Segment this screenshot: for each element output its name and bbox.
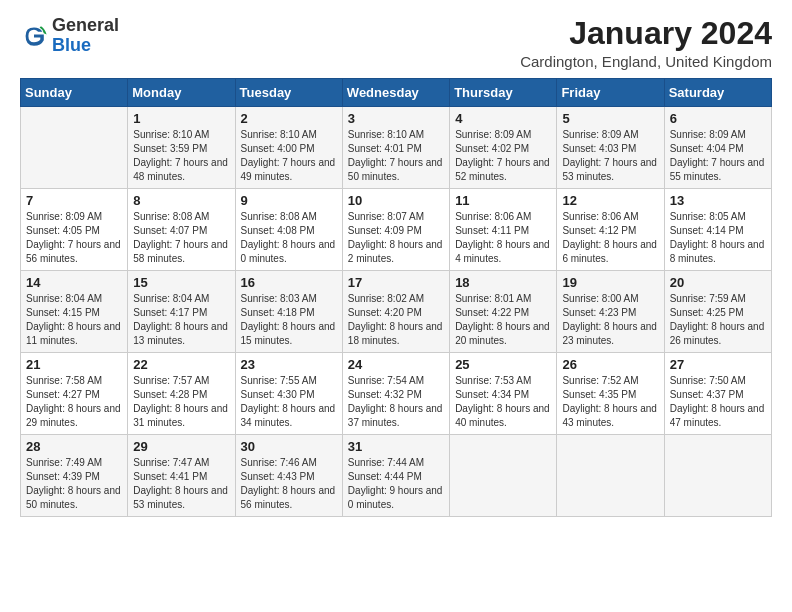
col-tuesday: Tuesday — [235, 79, 342, 107]
day-number: 16 — [241, 275, 337, 290]
day-info: Sunrise: 7:52 AMSunset: 4:35 PMDaylight:… — [562, 374, 658, 430]
calendar-cell: 8 Sunrise: 8:08 AMSunset: 4:07 PMDayligh… — [128, 189, 235, 271]
col-saturday: Saturday — [664, 79, 771, 107]
calendar-cell: 10 Sunrise: 8:07 AMSunset: 4:09 PMDaylig… — [342, 189, 449, 271]
calendar-cell: 23 Sunrise: 7:55 AMSunset: 4:30 PMDaylig… — [235, 353, 342, 435]
calendar-cell: 6 Sunrise: 8:09 AMSunset: 4:04 PMDayligh… — [664, 107, 771, 189]
logo-text: General Blue — [52, 16, 119, 56]
day-number: 31 — [348, 439, 444, 454]
calendar-cell: 11 Sunrise: 8:06 AMSunset: 4:11 PMDaylig… — [450, 189, 557, 271]
header-row: Sunday Monday Tuesday Wednesday Thursday… — [21, 79, 772, 107]
day-info: Sunrise: 7:47 AMSunset: 4:41 PMDaylight:… — [133, 456, 229, 512]
calendar-cell: 25 Sunrise: 7:53 AMSunset: 4:34 PMDaylig… — [450, 353, 557, 435]
col-friday: Friday — [557, 79, 664, 107]
day-info: Sunrise: 8:10 AMSunset: 4:00 PMDaylight:… — [241, 128, 337, 184]
location-subtitle: Cardington, England, United Kingdom — [520, 53, 772, 70]
day-number: 20 — [670, 275, 766, 290]
calendar-cell: 27 Sunrise: 7:50 AMSunset: 4:37 PMDaylig… — [664, 353, 771, 435]
calendar-cell — [557, 435, 664, 517]
day-info: Sunrise: 7:50 AMSunset: 4:37 PMDaylight:… — [670, 374, 766, 430]
calendar-cell: 17 Sunrise: 8:02 AMSunset: 4:20 PMDaylig… — [342, 271, 449, 353]
calendar-body: 1 Sunrise: 8:10 AMSunset: 3:59 PMDayligh… — [21, 107, 772, 517]
day-number: 28 — [26, 439, 122, 454]
day-info: Sunrise: 8:06 AMSunset: 4:12 PMDaylight:… — [562, 210, 658, 266]
calendar-cell: 29 Sunrise: 7:47 AMSunset: 4:41 PMDaylig… — [128, 435, 235, 517]
day-number: 1 — [133, 111, 229, 126]
calendar-cell: 7 Sunrise: 8:09 AMSunset: 4:05 PMDayligh… — [21, 189, 128, 271]
calendar-cell: 1 Sunrise: 8:10 AMSunset: 3:59 PMDayligh… — [128, 107, 235, 189]
calendar-cell: 16 Sunrise: 8:03 AMSunset: 4:18 PMDaylig… — [235, 271, 342, 353]
day-info: Sunrise: 8:07 AMSunset: 4:09 PMDaylight:… — [348, 210, 444, 266]
month-title: January 2024 — [520, 16, 772, 51]
day-info: Sunrise: 8:02 AMSunset: 4:20 PMDaylight:… — [348, 292, 444, 348]
day-number: 24 — [348, 357, 444, 372]
day-number: 19 — [562, 275, 658, 290]
day-info: Sunrise: 8:06 AMSunset: 4:11 PMDaylight:… — [455, 210, 551, 266]
logo: General Blue — [20, 16, 119, 56]
day-number: 10 — [348, 193, 444, 208]
calendar-cell: 28 Sunrise: 7:49 AMSunset: 4:39 PMDaylig… — [21, 435, 128, 517]
day-info: Sunrise: 7:59 AMSunset: 4:25 PMDaylight:… — [670, 292, 766, 348]
col-sunday: Sunday — [21, 79, 128, 107]
title-block: January 2024 Cardington, England, United… — [520, 16, 772, 70]
day-info: Sunrise: 8:09 AMSunset: 4:03 PMDaylight:… — [562, 128, 658, 184]
calendar-cell: 26 Sunrise: 7:52 AMSunset: 4:35 PMDaylig… — [557, 353, 664, 435]
calendar-cell: 3 Sunrise: 8:10 AMSunset: 4:01 PMDayligh… — [342, 107, 449, 189]
day-info: Sunrise: 8:08 AMSunset: 4:07 PMDaylight:… — [133, 210, 229, 266]
day-number: 27 — [670, 357, 766, 372]
day-info: Sunrise: 8:00 AMSunset: 4:23 PMDaylight:… — [562, 292, 658, 348]
day-number: 15 — [133, 275, 229, 290]
day-info: Sunrise: 8:08 AMSunset: 4:08 PMDaylight:… — [241, 210, 337, 266]
day-number: 6 — [670, 111, 766, 126]
day-number: 3 — [348, 111, 444, 126]
day-info: Sunrise: 8:09 AMSunset: 4:05 PMDaylight:… — [26, 210, 122, 266]
day-number: 17 — [348, 275, 444, 290]
calendar-cell — [21, 107, 128, 189]
day-info: Sunrise: 7:46 AMSunset: 4:43 PMDaylight:… — [241, 456, 337, 512]
calendar-cell: 13 Sunrise: 8:05 AMSunset: 4:14 PMDaylig… — [664, 189, 771, 271]
calendar-cell: 2 Sunrise: 8:10 AMSunset: 4:00 PMDayligh… — [235, 107, 342, 189]
day-info: Sunrise: 8:04 AMSunset: 4:15 PMDaylight:… — [26, 292, 122, 348]
col-wednesday: Wednesday — [342, 79, 449, 107]
day-number: 29 — [133, 439, 229, 454]
day-info: Sunrise: 7:55 AMSunset: 4:30 PMDaylight:… — [241, 374, 337, 430]
calendar-cell: 19 Sunrise: 8:00 AMSunset: 4:23 PMDaylig… — [557, 271, 664, 353]
calendar-cell — [664, 435, 771, 517]
day-number: 23 — [241, 357, 337, 372]
day-info: Sunrise: 8:10 AMSunset: 3:59 PMDaylight:… — [133, 128, 229, 184]
header: General Blue January 2024 Cardington, En… — [20, 16, 772, 70]
day-info: Sunrise: 8:03 AMSunset: 4:18 PMDaylight:… — [241, 292, 337, 348]
day-info: Sunrise: 7:58 AMSunset: 4:27 PMDaylight:… — [26, 374, 122, 430]
calendar-cell: 31 Sunrise: 7:44 AMSunset: 4:44 PMDaylig… — [342, 435, 449, 517]
day-info: Sunrise: 7:54 AMSunset: 4:32 PMDaylight:… — [348, 374, 444, 430]
logo-general: General — [52, 15, 119, 35]
col-thursday: Thursday — [450, 79, 557, 107]
calendar-cell: 30 Sunrise: 7:46 AMSunset: 4:43 PMDaylig… — [235, 435, 342, 517]
day-number: 25 — [455, 357, 551, 372]
day-info: Sunrise: 7:49 AMSunset: 4:39 PMDaylight:… — [26, 456, 122, 512]
calendar-cell: 9 Sunrise: 8:08 AMSunset: 4:08 PMDayligh… — [235, 189, 342, 271]
calendar-cell: 21 Sunrise: 7:58 AMSunset: 4:27 PMDaylig… — [21, 353, 128, 435]
calendar-table: Sunday Monday Tuesday Wednesday Thursday… — [20, 78, 772, 517]
day-number: 5 — [562, 111, 658, 126]
day-number: 14 — [26, 275, 122, 290]
page-container: General Blue January 2024 Cardington, En… — [0, 0, 792, 527]
day-number: 26 — [562, 357, 658, 372]
calendar-week-1: 1 Sunrise: 8:10 AMSunset: 3:59 PMDayligh… — [21, 107, 772, 189]
calendar-cell: 15 Sunrise: 8:04 AMSunset: 4:17 PMDaylig… — [128, 271, 235, 353]
logo-icon — [20, 22, 48, 50]
day-info: Sunrise: 7:44 AMSunset: 4:44 PMDaylight:… — [348, 456, 444, 512]
calendar-week-5: 28 Sunrise: 7:49 AMSunset: 4:39 PMDaylig… — [21, 435, 772, 517]
day-number: 21 — [26, 357, 122, 372]
calendar-week-2: 7 Sunrise: 8:09 AMSunset: 4:05 PMDayligh… — [21, 189, 772, 271]
day-info: Sunrise: 8:01 AMSunset: 4:22 PMDaylight:… — [455, 292, 551, 348]
calendar-cell: 24 Sunrise: 7:54 AMSunset: 4:32 PMDaylig… — [342, 353, 449, 435]
day-info: Sunrise: 8:04 AMSunset: 4:17 PMDaylight:… — [133, 292, 229, 348]
day-info: Sunrise: 7:53 AMSunset: 4:34 PMDaylight:… — [455, 374, 551, 430]
calendar-week-4: 21 Sunrise: 7:58 AMSunset: 4:27 PMDaylig… — [21, 353, 772, 435]
day-number: 4 — [455, 111, 551, 126]
logo-blue: Blue — [52, 35, 91, 55]
calendar-cell: 22 Sunrise: 7:57 AMSunset: 4:28 PMDaylig… — [128, 353, 235, 435]
day-info: Sunrise: 8:05 AMSunset: 4:14 PMDaylight:… — [670, 210, 766, 266]
calendar-cell: 12 Sunrise: 8:06 AMSunset: 4:12 PMDaylig… — [557, 189, 664, 271]
